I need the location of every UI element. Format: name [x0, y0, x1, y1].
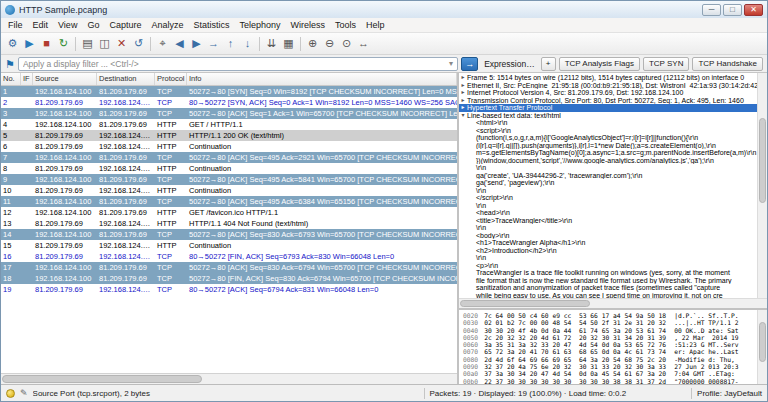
display-filter-input[interactable]: Apply a display filter ... <Ctrl-/> ▾	[18, 57, 458, 71]
hex-row[interactable]: 003002 01 b2 7c 00 00 48 54 54 50 2f 31 …	[463, 319, 757, 326]
packet-row[interactable]: 3192.168.124.10081.209.179.69TCP50272→80…	[1, 108, 457, 119]
packet-row[interactable]: 9192.168.124.10081.209.179.69TCP50272→80…	[1, 174, 457, 185]
detail-node[interactable]: \r\n	[459, 254, 757, 262]
filter-button-3[interactable]: TCP Handshake	[692, 57, 763, 71]
detail-node[interactable]: <body>\r\n	[459, 232, 757, 240]
detail-node[interactable]: sanitization and anonymization of packet…	[459, 284, 757, 292]
expander-right-icon[interactable]: ▸	[459, 82, 467, 90]
menu-edit[interactable]: Edit	[28, 19, 54, 31]
detail-node[interactable]: <title>TraceWrangler</title>\r\n	[459, 217, 757, 225]
packet-row[interactable]: 1192.168.124.10081.209.179.69TCP50272→80…	[1, 86, 457, 97]
detail-node[interactable]: ▸Ethernet II, Src: PcEngine_21:95:18 (00…	[459, 82, 757, 90]
expander-right-icon[interactable]: ▸	[459, 74, 467, 82]
expander-down-icon[interactable]: ▾	[459, 112, 467, 120]
start-capture-icon[interactable]: ▶	[21, 35, 38, 52]
hex-row[interactable]: 00207c 64 00 50 c4 60 e9 cc 53 66 17 a4 …	[463, 312, 757, 319]
packet-row[interactable]: 1981.209.179.69192.168.124.100TCP80→5027…	[1, 284, 457, 295]
detail-node[interactable]: TraceWrangler is a trace file toolkit ru…	[459, 269, 757, 277]
packet-list-hscrollbar[interactable]	[1, 373, 457, 384]
zoom-original-icon[interactable]: ⊙	[338, 35, 355, 52]
detail-node[interactable]: <script>\r\n	[459, 127, 757, 135]
detail-node[interactable]: <html>\r\n	[459, 119, 757, 127]
column-header-protocol[interactable]: Protocol	[155, 73, 187, 85]
detail-node[interactable]: \r\n	[459, 164, 757, 172]
expression-button[interactable]: Expression…	[481, 59, 538, 69]
packet-row[interactable]: 14192.168.124.10081.209.179.69TCP50272→8…	[1, 229, 457, 240]
zoom-out-icon[interactable]: ⊖	[321, 35, 338, 52]
detail-node[interactable]: ▸Internet Protocol Version 4, Src: 81.20…	[459, 89, 757, 97]
maximize-button[interactable]: □	[723, 4, 742, 16]
detail-node[interactable]: <h2>Introduction</h2>\r\n	[459, 247, 757, 255]
last-packet-icon[interactable]: ↓	[239, 35, 256, 52]
go-forward-icon[interactable]: ▶	[188, 35, 205, 52]
capture-options-icon[interactable]: ⚙	[4, 35, 21, 52]
detail-node[interactable]: (function(i,s,o,g,r,a,m){i['GoogleAnalyt…	[459, 134, 757, 142]
column-header-no[interactable]: No.	[1, 73, 21, 85]
detail-node[interactable]: <p>\r\n	[459, 262, 757, 270]
column-header-source[interactable]: Source	[33, 73, 97, 85]
hex-row[interactable]: 009032 37 20 4a 75 6e 20 32 30 31 33 20 …	[463, 363, 757, 370]
menu-telephony[interactable]: Telephony	[234, 19, 285, 31]
detail-node[interactable]: file format that is now the new standard…	[459, 277, 757, 285]
reload-file-icon[interactable]: ↺	[130, 35, 147, 52]
hex-row[interactable]: 004030 30 20 4f 4b 0d 0a 44 61 74 65 3a …	[463, 327, 757, 334]
detail-node[interactable]: ▾Line-based text data: text/html	[459, 112, 757, 120]
packet-row[interactable]: 681.209.179.69192.168.124.100HTTPContinu…	[1, 141, 457, 152]
detail-node[interactable]: ▸Hypertext Transfer Protocol	[459, 104, 757, 112]
hex-row[interactable]: 00502c 20 32 32 20 4d 61 72 20 32 30 31 …	[463, 334, 757, 341]
hex-row[interactable]: 00603a 35 31 3a 32 33 20 47 4d 54 0d 0a …	[463, 341, 757, 348]
close-file-icon[interactable]: ✕	[113, 35, 130, 52]
column-header-info[interactable]: Info	[187, 73, 457, 85]
close-button[interactable]: ✕	[744, 4, 763, 16]
packet-list-header[interactable]: No.IFSourceDestinationProtocolInfo	[1, 73, 457, 86]
first-packet-icon[interactable]: ↑	[222, 35, 239, 52]
filter-bookmark-icon[interactable]: ⚑	[5, 57, 15, 71]
detail-hscrollbar[interactable]	[459, 298, 767, 308]
packet-row[interactable]: 1681.209.179.69192.168.124.100TCP80→5027…	[1, 251, 457, 262]
zoom-in-icon[interactable]: ⊕	[304, 35, 321, 52]
menu-go[interactable]: Go	[82, 19, 104, 31]
colorize-packets-icon[interactable]: ▦	[280, 35, 297, 52]
detail-node[interactable]: <h1>TraceWrangler Alpha</h1>\r\n	[459, 239, 757, 247]
packet-row[interactable]: 11192.168.124.10081.209.179.69TCP50272→8…	[1, 196, 457, 207]
go-back-icon[interactable]: ◀	[171, 35, 188, 52]
detail-node[interactable]: </script>\r\n	[459, 194, 757, 202]
packet-row[interactable]: 881.209.179.69192.168.124.100HTTPContinu…	[1, 163, 457, 174]
expander-right-icon[interactable]: ▸	[459, 89, 467, 97]
detail-node[interactable]: ▸Transmission Control Protocol, Src Port…	[459, 97, 757, 105]
menu-tools[interactable]: Tools	[330, 19, 361, 31]
detail-node[interactable]: })(window,document,'script','//www.googl…	[459, 157, 757, 165]
restart-capture-icon[interactable]: ↻	[55, 35, 72, 52]
detail-node[interactable]: <head>\r\n	[459, 209, 757, 217]
save-file-icon[interactable]: ◫	[96, 35, 113, 52]
menu-view[interactable]: View	[53, 19, 82, 31]
packet-row[interactable]: 1381.209.179.69192.168.124.100HTTPHTTP/1…	[1, 218, 457, 229]
minimize-button[interactable]: ─	[702, 4, 721, 16]
expander-right-icon[interactable]: ▸	[459, 104, 467, 112]
detail-node[interactable]: m=s.getElementsByTagName(o)[0];a.async=1…	[459, 149, 757, 157]
filter-dropdown-icon[interactable]: ▾	[449, 59, 453, 68]
expert-info-icon[interactable]	[6, 389, 15, 398]
apply-filter-button[interactable]: →	[461, 57, 478, 71]
expander-right-icon[interactable]: ▸	[459, 97, 467, 105]
hex-row[interactable]: 00a037 3a 30 34 20 47 4d 54 0d 0a 45 54 …	[463, 370, 757, 377]
menu-analyze[interactable]: Analyze	[146, 19, 188, 31]
find-packet-icon[interactable]: ⌖	[154, 35, 171, 52]
menu-wireless[interactable]: Wireless	[286, 19, 331, 31]
capture-comment-icon[interactable]: ✎	[20, 388, 28, 398]
resize-columns-icon[interactable]: ↔	[355, 35, 372, 52]
auto-scroll-icon[interactable]: ⇊	[263, 35, 280, 52]
profile-selector[interactable]: Profile: JayDefault	[697, 389, 762, 398]
hex-vscrollbar[interactable]	[757, 310, 767, 384]
detail-node[interactable]: \r\n	[459, 187, 757, 195]
detail-node[interactable]: ga('send', 'pageview');\r\n	[459, 179, 757, 187]
menu-help[interactable]: Help	[361, 19, 390, 31]
menu-file[interactable]: File	[3, 19, 28, 31]
packet-row[interactable]: 17192.168.124.10081.209.179.69TCP50272→8…	[1, 262, 457, 273]
packet-row[interactable]: 18192.168.124.10081.209.179.69TCP50272→8…	[1, 273, 457, 284]
open-file-icon[interactable]: ▤	[79, 35, 96, 52]
hex-row[interactable]: 00802d 4d 6f 64 69 66 69 65 64 3a 20 54 …	[463, 356, 757, 363]
packet-row[interactable]: 1581.209.179.69192.168.124.100HTTPContin…	[1, 240, 457, 251]
detail-node[interactable]: (i[r].q=i[r].q||[]).push(arguments)},i[r…	[459, 142, 757, 150]
packet-row[interactable]: 12192.168.124.10081.209.179.69HTTPGET /f…	[1, 207, 457, 218]
